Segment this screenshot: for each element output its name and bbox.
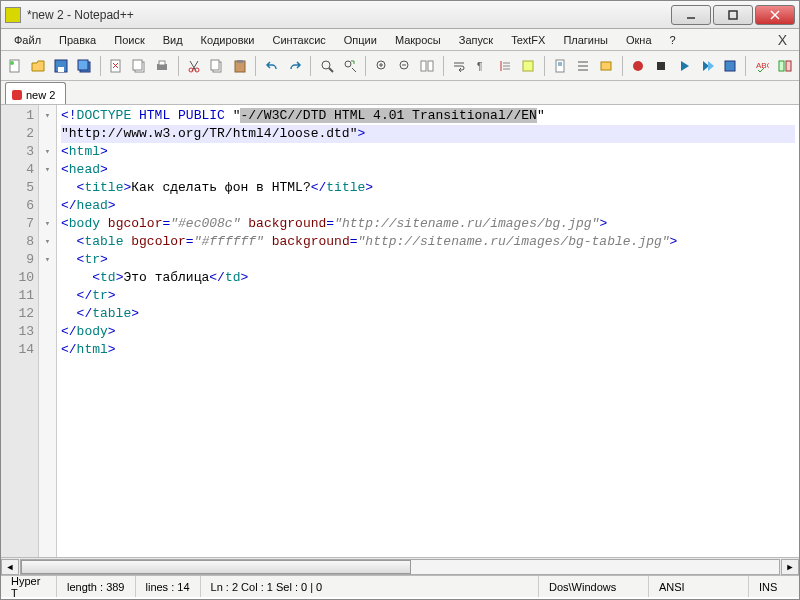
cut-icon[interactable] bbox=[184, 55, 205, 77]
maximize-button[interactable] bbox=[713, 5, 753, 25]
close-all-icon[interactable] bbox=[129, 55, 150, 77]
macro-stop-icon[interactable] bbox=[650, 55, 671, 77]
folder-tree-icon[interactable] bbox=[596, 55, 617, 77]
open-file-icon[interactable] bbox=[28, 55, 49, 77]
close-button[interactable] bbox=[755, 5, 795, 25]
save-all-icon[interactable] bbox=[74, 55, 95, 77]
fold-toggle[interactable] bbox=[39, 125, 56, 143]
scroll-thumb[interactable] bbox=[21, 560, 411, 574]
svg-point-25 bbox=[322, 61, 330, 69]
menu-close-doc[interactable]: X bbox=[770, 32, 795, 48]
code-line[interactable]: <table bgcolor="#ffffff" background="htt… bbox=[61, 233, 795, 251]
svg-rect-33 bbox=[421, 61, 426, 71]
fold-toggle[interactable]: ▾ bbox=[39, 233, 56, 251]
horizontal-scrollbar[interactable]: ◄ ► bbox=[1, 557, 799, 575]
code-line[interactable]: <title>Как сделать фон в HTML?</title> bbox=[61, 179, 795, 197]
print-icon[interactable] bbox=[152, 55, 173, 77]
new-file-icon[interactable] bbox=[5, 55, 26, 77]
scroll-right-icon[interactable]: ► bbox=[781, 559, 799, 575]
menu-file[interactable]: Файл bbox=[5, 31, 50, 49]
macro-play-multi-icon[interactable] bbox=[696, 55, 717, 77]
sync-scroll-icon[interactable] bbox=[417, 55, 438, 77]
fold-toggle[interactable] bbox=[39, 341, 56, 359]
scroll-left-icon[interactable]: ◄ bbox=[1, 559, 19, 575]
code-line[interactable]: <html> bbox=[61, 143, 795, 161]
menu-plugins[interactable]: Плагины bbox=[554, 31, 617, 49]
code-line[interactable]: </table> bbox=[61, 305, 795, 323]
svg-rect-7 bbox=[58, 67, 64, 72]
code-line[interactable]: </head> bbox=[61, 197, 795, 215]
zoom-in-icon[interactable] bbox=[371, 55, 392, 77]
fold-toggle[interactable]: ▾ bbox=[39, 143, 56, 161]
fold-toggle[interactable] bbox=[39, 179, 56, 197]
menubar: Файл Правка Поиск Вид Кодировки Синтакси… bbox=[1, 29, 799, 51]
status-eol[interactable]: Dos\Windows bbox=[539, 576, 649, 597]
svg-rect-22 bbox=[211, 60, 219, 70]
replace-icon[interactable] bbox=[339, 55, 360, 77]
spell-check-icon[interactable]: ABC bbox=[751, 55, 772, 77]
minimize-button[interactable] bbox=[671, 5, 711, 25]
indent-guide-icon[interactable] bbox=[495, 55, 516, 77]
fold-toggle[interactable] bbox=[39, 305, 56, 323]
svg-rect-16 bbox=[159, 61, 165, 65]
menu-help[interactable]: ? bbox=[661, 31, 685, 49]
show-all-chars-icon[interactable]: ¶ bbox=[472, 55, 493, 77]
menu-run[interactable]: Запуск bbox=[450, 31, 502, 49]
fold-toggle[interactable]: ▾ bbox=[39, 215, 56, 233]
fold-toggle[interactable]: ▾ bbox=[39, 161, 56, 179]
code-line[interactable]: <td>Это таблица</td> bbox=[61, 269, 795, 287]
menu-search[interactable]: Поиск bbox=[105, 31, 153, 49]
menu-encoding[interactable]: Кодировки bbox=[192, 31, 264, 49]
svg-text:ABC: ABC bbox=[756, 61, 769, 70]
code-line[interactable]: </body> bbox=[61, 323, 795, 341]
code-line[interactable]: </tr> bbox=[61, 287, 795, 305]
fold-gutter[interactable]: ▾▾▾▾▾▾ bbox=[39, 105, 57, 557]
wordwrap-icon[interactable] bbox=[449, 55, 470, 77]
lang-indent-icon[interactable] bbox=[518, 55, 539, 77]
tabbar: new 2 bbox=[1, 81, 799, 105]
menu-macro[interactable]: Макросы bbox=[386, 31, 450, 49]
code-area[interactable]: <!DOCTYPE HTML PUBLIC "-//W3C//DTD HTML … bbox=[57, 105, 799, 557]
zoom-out-icon[interactable] bbox=[394, 55, 415, 77]
redo-icon[interactable] bbox=[284, 55, 305, 77]
code-line[interactable]: <tr> bbox=[61, 251, 795, 269]
code-line[interactable]: "http://www.w3.org/TR/html4/loose.dtd"> bbox=[61, 125, 795, 143]
menu-windows[interactable]: Окна bbox=[617, 31, 661, 49]
undo-icon[interactable] bbox=[261, 55, 282, 77]
func-list-icon[interactable] bbox=[573, 55, 594, 77]
tab-new-2[interactable]: new 2 bbox=[5, 82, 66, 104]
titlebar: *new 2 - Notepad++ bbox=[1, 1, 799, 29]
fold-toggle[interactable] bbox=[39, 323, 56, 341]
code-line[interactable]: <!DOCTYPE HTML PUBLIC "-//W3C//DTD HTML … bbox=[61, 107, 795, 125]
fold-toggle[interactable]: ▾ bbox=[39, 251, 56, 269]
save-icon[interactable] bbox=[51, 55, 72, 77]
macro-record-icon[interactable] bbox=[628, 55, 649, 77]
fold-toggle[interactable] bbox=[39, 269, 56, 287]
copy-icon[interactable] bbox=[207, 55, 228, 77]
macro-save-icon[interactable] bbox=[719, 55, 740, 77]
code-line[interactable]: <body bgcolor="#ec008c" background="http… bbox=[61, 215, 795, 233]
menu-textfx[interactable]: TextFX bbox=[502, 31, 554, 49]
svg-rect-14 bbox=[133, 60, 142, 70]
menu-edit[interactable]: Правка bbox=[50, 31, 105, 49]
status-insert-mode[interactable]: INS bbox=[749, 576, 799, 597]
menu-options[interactable]: Опции bbox=[335, 31, 386, 49]
doc-map-icon[interactable] bbox=[550, 55, 571, 77]
editor[interactable]: 1234567891011121314 ▾▾▾▾▾▾ <!DOCTYPE HTM… bbox=[1, 105, 799, 557]
code-line[interactable]: <head> bbox=[61, 161, 795, 179]
status-encoding[interactable]: ANSI bbox=[649, 576, 749, 597]
close-file-icon[interactable] bbox=[106, 55, 127, 77]
macro-play-icon[interactable] bbox=[673, 55, 694, 77]
status-length: length : 389 bbox=[57, 576, 136, 597]
fold-toggle[interactable] bbox=[39, 287, 56, 305]
paste-icon[interactable] bbox=[229, 55, 250, 77]
code-line[interactable]: </html> bbox=[61, 341, 795, 359]
fold-toggle[interactable]: ▾ bbox=[39, 107, 56, 125]
find-icon[interactable] bbox=[316, 55, 337, 77]
scroll-track[interactable] bbox=[20, 559, 780, 575]
fold-toggle[interactable] bbox=[39, 197, 56, 215]
compare-icon[interactable] bbox=[774, 55, 795, 77]
menu-syntax[interactable]: Синтаксис bbox=[264, 31, 335, 49]
svg-point-48 bbox=[633, 61, 643, 71]
menu-view[interactable]: Вид bbox=[154, 31, 192, 49]
